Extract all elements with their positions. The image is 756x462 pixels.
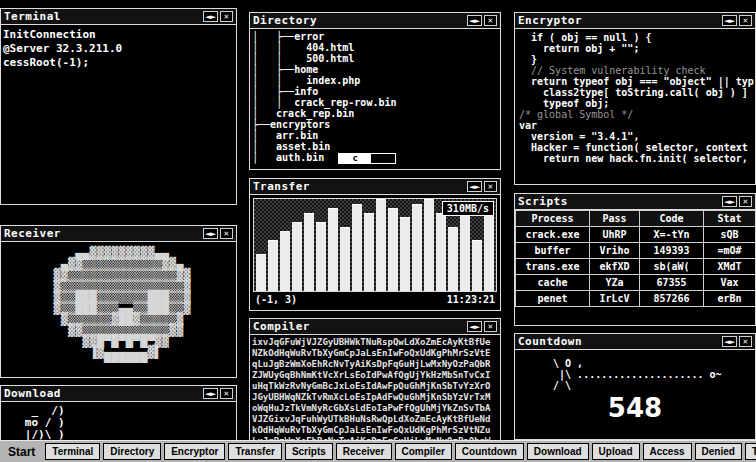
transfer-bar	[316, 222, 326, 291]
terminal-window: Terminal ◄► ✕ InitConnection @Server 32.…	[0, 8, 237, 205]
start-button[interactable]: Start	[4, 444, 39, 460]
cell-process: buffer	[516, 243, 590, 259]
window-resize-button[interactable]: ◄►	[203, 388, 218, 399]
code-line: return obj + "";	[519, 43, 751, 54]
transfer-bar	[460, 208, 470, 291]
transfer-chart: 310MB/s	[253, 198, 497, 292]
window-close-button[interactable]: ✕	[220, 11, 233, 22]
receiver-titlebar[interactable]: Receiver ◄► ✕	[1, 226, 236, 242]
countdown-number: 548	[515, 393, 755, 423]
cell-pass: YZa	[590, 275, 640, 291]
taskbar-item-countdown[interactable]: Countdown	[455, 443, 524, 460]
transfer-titlebar[interactable]: Transfer ◄► ✕	[250, 179, 500, 195]
column-header-stat: Stat	[704, 211, 756, 227]
scripts-content: Process Pass Code Stat crack.exe UhRP X=…	[515, 210, 755, 325]
table-row: crack.exe UhRP X=-tYn sQB	[516, 227, 756, 243]
countdown-titlebar[interactable]: Countdown ◄► ✕	[515, 334, 755, 350]
transfer-bar	[376, 199, 386, 291]
terminal-titlebar[interactable]: Terminal ◄► ✕	[1, 9, 236, 25]
window-resize-button[interactable]: ◄►	[467, 181, 482, 192]
taskbar-item-upload[interactable]: Upload	[592, 443, 640, 460]
window-resize-button[interactable]: ◄►	[722, 15, 737, 26]
directory-titlebar[interactable]: Directory ◄► ✕	[250, 13, 500, 29]
window-controls: ◄► ✕	[467, 15, 497, 26]
transfer-bar	[352, 204, 362, 291]
directory-window: Directory ◄► ✕ │ ├──error │ │ 404.html │…	[249, 12, 501, 170]
column-header-process: Process	[516, 211, 590, 227]
cell-code: sb(aW(	[640, 259, 704, 275]
taskbar-item-compiler[interactable]: Compiler	[395, 443, 452, 460]
transfer-bar	[304, 213, 314, 291]
scripts-titlebar[interactable]: Scripts ◄► ✕	[515, 194, 755, 210]
transfer-bar	[256, 254, 266, 291]
cell-pass: Vriho	[590, 243, 640, 259]
receiver-title: Receiver	[4, 227, 203, 240]
cell-pass: ekfXD	[590, 259, 640, 275]
taskbar-item-top-secret[interactable]: Top Secret	[745, 443, 756, 460]
table-header-row: Process Pass Code Stat	[516, 211, 756, 227]
window-resize-button[interactable]: ◄►	[467, 15, 482, 26]
transfer-content: 310MB/s (-1, 3) 11:23:21	[250, 195, 500, 310]
column-header-pass: Pass	[590, 211, 640, 227]
transfer-bar	[388, 208, 398, 291]
cell-pass: UhRP	[590, 227, 640, 243]
window-close-button[interactable]: ✕	[739, 336, 752, 347]
countdown-window: Countdown ◄► ✕ \ O , |\ ................…	[514, 333, 756, 440]
window-resize-button[interactable]: ◄►	[467, 321, 482, 332]
taskbar-item-directory[interactable]: Directory	[103, 443, 161, 460]
taskbar-item-access[interactable]: Access	[643, 443, 692, 460]
table-row: trans.exe ekfXD sb(aW( XMdT	[516, 259, 756, 275]
window-close-button[interactable]: ✕	[220, 228, 233, 239]
window-resize-button[interactable]: ◄►	[203, 11, 218, 22]
terminal-content: InitConnection @Server 32.3.211.0 cessRo…	[1, 25, 236, 204]
code-line: return new hack.fn.init( selector,	[519, 153, 751, 164]
transfer-title: Transfer	[253, 180, 467, 193]
code-line: var	[519, 120, 751, 131]
window-close-button[interactable]: ✕	[484, 181, 497, 192]
cell-code: 149393	[640, 243, 704, 259]
window-close-button[interactable]: ✕	[484, 15, 497, 26]
transfer-bar	[484, 204, 494, 291]
code-line: return typeof obj === "object" || typ	[519, 76, 751, 87]
transfer-bar	[328, 208, 338, 291]
window-close-button[interactable]: ✕	[739, 196, 752, 207]
scripts-title: Scripts	[518, 195, 722, 208]
transfer-speed-badge: 310MB/s	[442, 201, 494, 216]
window-controls: ◄► ✕	[722, 196, 752, 207]
directory-tree: │ ├──error │ │ 404.html │ │ 500.html │ ├…	[250, 29, 500, 165]
taskbar-item-terminal[interactable]: Terminal	[45, 443, 100, 460]
download-titlebar[interactable]: Download ◄► ✕	[1, 386, 236, 402]
transfer-bar	[412, 204, 422, 291]
compiler-titlebar[interactable]: Compiler ◄► ✕	[250, 319, 500, 335]
download-title: Download	[4, 387, 203, 400]
taskbar-item-receiver[interactable]: Receiver	[336, 443, 392, 460]
window-resize-button[interactable]: ◄►	[722, 336, 737, 347]
transfer-bar	[424, 199, 434, 291]
window-resize-button[interactable]: ◄►	[203, 228, 218, 239]
table-row: cache YZa 67355 Vax	[516, 275, 756, 291]
taskbar-item-denied[interactable]: Denied	[695, 443, 742, 460]
directory-title: Directory	[253, 14, 467, 27]
encryptor-titlebar[interactable]: Encryptor ◄► ✕	[515, 13, 755, 29]
taskbar-item-scripts[interactable]: Scripts	[285, 443, 333, 460]
cell-stat: XMdT	[704, 259, 756, 275]
code-line: }	[519, 54, 751, 65]
transfer-clock: 11:23:21	[447, 294, 495, 305]
window-close-button[interactable]: ✕	[739, 15, 752, 26]
table-row: buffer Vriho 149393 =mO#	[516, 243, 756, 259]
code-line: Hacker = function( selector, context	[519, 142, 751, 153]
compiler-title: Compiler	[253, 320, 467, 333]
window-close-button[interactable]: ✕	[484, 321, 497, 332]
code-line: class2type[ toString.call( obj ) ]	[519, 87, 751, 98]
window-close-button[interactable]: ✕	[220, 388, 233, 399]
taskbar-item-encryptor[interactable]: Encryptor	[164, 443, 225, 460]
compiler-window: Compiler ◄► ✕ ixvJqGFuWjVJZGyUBHWkTNuRsp…	[249, 318, 501, 453]
transfer-window: Transfer ◄► ✕ 310MB/s (-1, 3) 11:23:21	[249, 178, 501, 311]
receiver-content: ▄▄▓▓▓▓▓▓▓▓▓▄▄ ▄▓▓▒▒▒▒▒▒▒▒▒▒▒▓▓▄ ▓▓▒▒▒▒▒▒…	[1, 242, 236, 377]
taskbar-item-transfer[interactable]: Transfer	[228, 443, 281, 460]
terminal-output: InitConnection @Server 32.3.211.0 cessRo…	[1, 25, 236, 73]
taskbar-item-download[interactable]: Download	[527, 443, 589, 460]
window-resize-button[interactable]: ◄►	[722, 196, 737, 207]
countdown-content: \ O , |\ ..................... o~ / \ 54…	[515, 350, 755, 439]
compiler-content: ixvJqGFuWjVJZGyUBHWkTNuRspQwLdXoZmEcAyKt…	[250, 335, 500, 452]
